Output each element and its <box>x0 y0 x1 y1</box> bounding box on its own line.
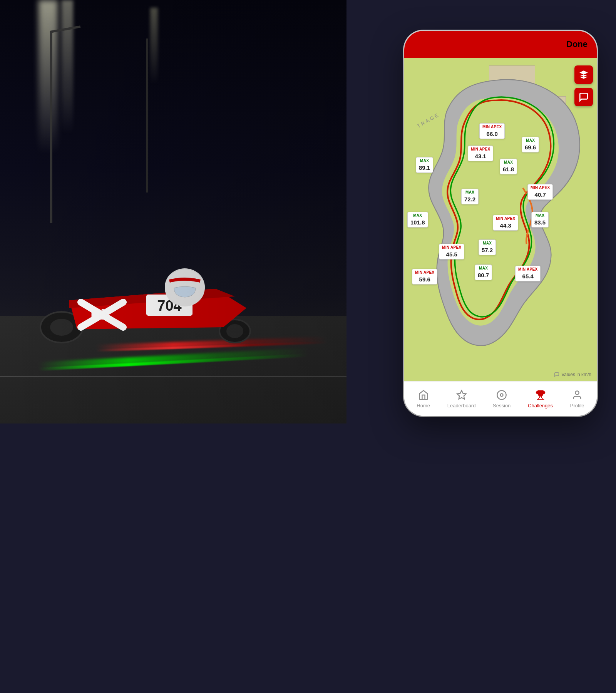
nav-challenges[interactable]: Challenges <box>523 386 557 412</box>
done-button[interactable]: Done <box>566 39 588 49</box>
svg-point-13 <box>497 390 506 399</box>
values-note: Values in km/h <box>554 372 591 377</box>
profile-icon <box>571 389 583 401</box>
phone-mockup: Done TRAGE <box>404 31 597 416</box>
map-container: TRAGE <box>404 58 597 381</box>
racing-photo-background: RX 704 ROTAX <box>0 0 346 424</box>
svg-marker-12 <box>457 390 466 399</box>
track-overlay <box>404 58 597 381</box>
svg-point-15 <box>575 391 579 395</box>
bottom-nav: Home Leaderboard Session <box>404 381 597 416</box>
nav-profile[interactable]: Profile <box>566 386 589 412</box>
nav-leaderboard[interactable]: Leaderboard <box>443 386 480 412</box>
values-note-text: Values in km/h <box>561 372 591 377</box>
nav-profile-label: Profile <box>570 403 584 408</box>
comment-button[interactable] <box>574 88 593 106</box>
layers-button[interactable] <box>574 65 593 84</box>
phone-header: Done <box>404 31 597 58</box>
nav-home-label: Home <box>417 403 430 408</box>
nav-home[interactable]: Home <box>412 386 435 412</box>
nav-leaderboard-label: Leaderboard <box>447 403 476 408</box>
home-icon <box>417 389 430 401</box>
session-icon <box>495 389 508 401</box>
leaderboard-icon <box>455 389 468 401</box>
svg-point-14 <box>500 394 503 397</box>
nav-session-label: Session <box>493 403 511 408</box>
nav-session[interactable]: Session <box>488 386 515 412</box>
nav-challenges-label: Challenges <box>528 403 553 408</box>
challenges-icon <box>534 389 547 401</box>
